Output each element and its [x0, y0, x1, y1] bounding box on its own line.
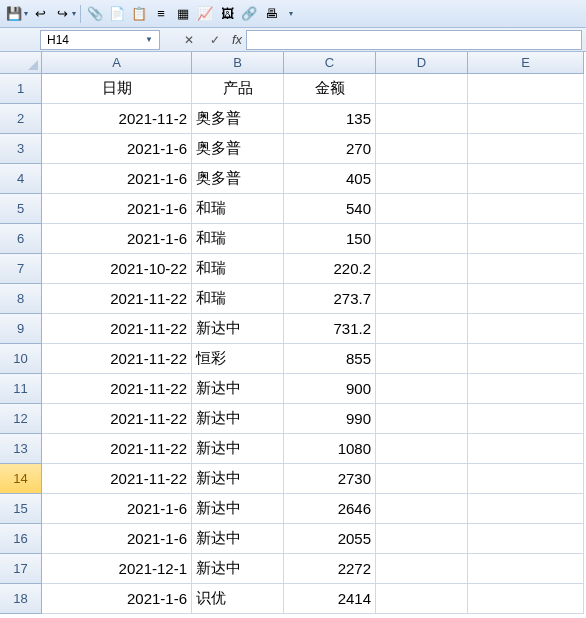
cell-C7[interactable]: 220.2: [284, 254, 376, 284]
new-doc-icon[interactable]: 📄: [107, 4, 127, 24]
column-header-B[interactable]: B: [192, 52, 284, 74]
cell-A4[interactable]: 2021-1-6: [42, 164, 192, 194]
fx-icon[interactable]: fx: [232, 32, 242, 47]
name-box[interactable]: H14 ▼: [40, 30, 160, 50]
cell-E12[interactable]: [468, 404, 584, 434]
cell-D15[interactable]: [376, 494, 468, 524]
cell-E15[interactable]: [468, 494, 584, 524]
row-header-3[interactable]: 3: [0, 134, 42, 164]
cell-E7[interactable]: [468, 254, 584, 284]
cell-E5[interactable]: [468, 194, 584, 224]
format-icon[interactable]: ≡: [151, 4, 171, 24]
cell-C3[interactable]: 270: [284, 134, 376, 164]
cell-E8[interactable]: [468, 284, 584, 314]
cell-C10[interactable]: 855: [284, 344, 376, 374]
link-icon[interactable]: 🔗: [239, 4, 259, 24]
cell-A9[interactable]: 2021-11-22: [42, 314, 192, 344]
cell-C6[interactable]: 150: [284, 224, 376, 254]
undo-icon[interactable]: ↩: [30, 4, 50, 24]
row-header-5[interactable]: 5: [0, 194, 42, 224]
cell-E3[interactable]: [468, 134, 584, 164]
cell-A7[interactable]: 2021-10-22: [42, 254, 192, 284]
cell-D17[interactable]: [376, 554, 468, 584]
cell-B16[interactable]: 新达中: [192, 524, 284, 554]
cell-B2[interactable]: 奥多普: [192, 104, 284, 134]
cell-C16[interactable]: 2055: [284, 524, 376, 554]
cell-E13[interactable]: [468, 434, 584, 464]
cell-A12[interactable]: 2021-11-22: [42, 404, 192, 434]
cell-A5[interactable]: 2021-1-6: [42, 194, 192, 224]
cell-C18[interactable]: 2414: [284, 584, 376, 614]
cell-E1[interactable]: [468, 74, 584, 104]
row-header-13[interactable]: 13: [0, 434, 42, 464]
cell-A3[interactable]: 2021-1-6: [42, 134, 192, 164]
cell-D4[interactable]: [376, 164, 468, 194]
customize-toolbar-icon[interactable]: ▾: [289, 9, 293, 18]
cell-A1[interactable]: 日期: [42, 74, 192, 104]
row-header-8[interactable]: 8: [0, 284, 42, 314]
cell-E14[interactable]: [468, 464, 584, 494]
cell-C12[interactable]: 990: [284, 404, 376, 434]
cell-B17[interactable]: 新达中: [192, 554, 284, 584]
cell-B18[interactable]: 识优: [192, 584, 284, 614]
row-header-16[interactable]: 16: [0, 524, 42, 554]
row-header-11[interactable]: 11: [0, 374, 42, 404]
attach-icon[interactable]: 📎: [85, 4, 105, 24]
cell-A8[interactable]: 2021-11-22: [42, 284, 192, 314]
cell-C1[interactable]: 金额: [284, 74, 376, 104]
cell-E10[interactable]: [468, 344, 584, 374]
cell-A18[interactable]: 2021-1-6: [42, 584, 192, 614]
cell-D16[interactable]: [376, 524, 468, 554]
cell-B11[interactable]: 新达中: [192, 374, 284, 404]
cell-C8[interactable]: 273.7: [284, 284, 376, 314]
cell-D14[interactable]: [376, 464, 468, 494]
cell-D11[interactable]: [376, 374, 468, 404]
cell-D3[interactable]: [376, 134, 468, 164]
cell-B12[interactable]: 新达中: [192, 404, 284, 434]
cell-B13[interactable]: 新达中: [192, 434, 284, 464]
cell-B7[interactable]: 和瑞: [192, 254, 284, 284]
cell-B5[interactable]: 和瑞: [192, 194, 284, 224]
cell-A14[interactable]: 2021-11-22: [42, 464, 192, 494]
cell-E6[interactable]: [468, 224, 584, 254]
cell-B8[interactable]: 和瑞: [192, 284, 284, 314]
cell-C2[interactable]: 135: [284, 104, 376, 134]
cell-C5[interactable]: 540: [284, 194, 376, 224]
chevron-down-icon[interactable]: ▼: [145, 35, 153, 44]
column-header-E[interactable]: E: [468, 52, 584, 74]
row-header-18[interactable]: 18: [0, 584, 42, 614]
cell-B15[interactable]: 新达中: [192, 494, 284, 524]
row-header-15[interactable]: 15: [0, 494, 42, 524]
chart-icon[interactable]: 📈: [195, 4, 215, 24]
row-header-17[interactable]: 17: [0, 554, 42, 584]
cell-B4[interactable]: 奥多普: [192, 164, 284, 194]
image-icon[interactable]: 🖼: [217, 4, 237, 24]
cell-E11[interactable]: [468, 374, 584, 404]
cell-D6[interactable]: [376, 224, 468, 254]
save-icon[interactable]: 💾: [4, 4, 24, 24]
cell-D1[interactable]: [376, 74, 468, 104]
cell-A10[interactable]: 2021-11-22: [42, 344, 192, 374]
redo-icon[interactable]: ↪: [52, 4, 72, 24]
row-header-12[interactable]: 12: [0, 404, 42, 434]
cell-D12[interactable]: [376, 404, 468, 434]
row-header-6[interactable]: 6: [0, 224, 42, 254]
cell-D7[interactable]: [376, 254, 468, 284]
cell-A15[interactable]: 2021-1-6: [42, 494, 192, 524]
row-header-1[interactable]: 1: [0, 74, 42, 104]
cell-E16[interactable]: [468, 524, 584, 554]
cell-E9[interactable]: [468, 314, 584, 344]
chevron-down-icon[interactable]: ▾: [72, 9, 76, 18]
cell-A2[interactable]: 2021-11-2: [42, 104, 192, 134]
cell-C17[interactable]: 2272: [284, 554, 376, 584]
chevron-down-icon[interactable]: ▾: [24, 9, 28, 18]
cell-A11[interactable]: 2021-11-22: [42, 374, 192, 404]
cell-E4[interactable]: [468, 164, 584, 194]
cell-C14[interactable]: 2730: [284, 464, 376, 494]
cell-C13[interactable]: 1080: [284, 434, 376, 464]
print-icon[interactable]: 🖶: [261, 4, 281, 24]
cell-D5[interactable]: [376, 194, 468, 224]
cell-C11[interactable]: 900: [284, 374, 376, 404]
cell-D2[interactable]: [376, 104, 468, 134]
row-header-2[interactable]: 2: [0, 104, 42, 134]
